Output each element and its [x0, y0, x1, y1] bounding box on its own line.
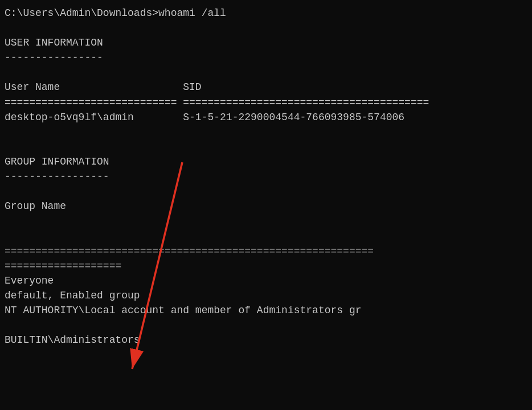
blank-line-5 — [5, 184, 527, 199]
everyone-line: Everyone — [5, 273, 527, 288]
group-equals-2: =================== — [5, 259, 527, 273]
group-name-header: Group Name — [5, 199, 527, 214]
blank-line-1 — [5, 20, 527, 35]
nt-authority-line: NT AUTHORITY\Local account and member of… — [5, 303, 527, 318]
group-info-separator: ----------------- — [5, 169, 527, 184]
user-info-header: USER INFORMATION — [5, 35, 527, 50]
user-info-separator: ---------------- — [5, 50, 527, 65]
default-enabled-line: default, Enabled group — [5, 288, 527, 303]
terminal-content: C:\Users\Admin\Downloads>whoami /all USE… — [5, 6, 527, 347]
builtin-admins-line: BUILTIN\Administrators — [5, 333, 527, 347]
group-equals-1: ========================================… — [5, 244, 527, 259]
command-line: C:\Users\Admin\Downloads>whoami /all — [5, 6, 527, 20]
blank-line-4 — [5, 140, 527, 154]
terminal-window: C:\Users\Admin\Downloads>whoami /all USE… — [0, 0, 532, 410]
blank-line-6 — [5, 214, 527, 228]
user-name-equals: ============================ ===========… — [5, 95, 527, 110]
blank-line-7 — [5, 228, 527, 243]
user-name-header: User Name SID — [5, 80, 527, 95]
group-info-header: GROUP INFORMATION — [5, 154, 527, 169]
user-name-value: desktop-o5vq9lf\admin S-1-5-21-229000454… — [5, 110, 527, 125]
blank-line-2 — [5, 65, 527, 80]
blank-line-8 — [5, 318, 527, 333]
blank-line-3 — [5, 125, 527, 140]
